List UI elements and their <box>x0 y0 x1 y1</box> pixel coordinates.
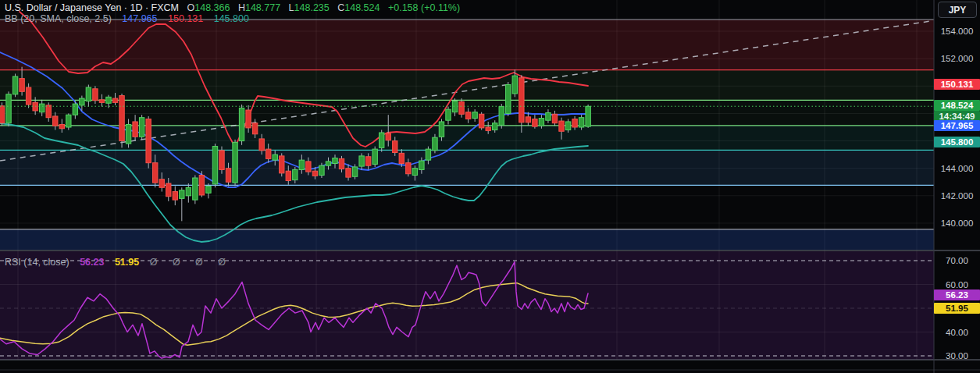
candle-down <box>280 156 284 173</box>
axis-tick-label: 154.000 <box>934 26 980 37</box>
trading-chart-window: U.S. Dollar / Japanese Yen · 1D · FXCM O… <box>0 0 980 373</box>
candle-down <box>246 110 251 128</box>
axis-tick-label: 144.000 <box>934 163 980 174</box>
price-tag-rsi-ma: 51.95 <box>934 303 980 314</box>
symbol-title[interactable]: U.S. Dollar / Japanese Yen · 1D · FXCM <box>5 2 179 13</box>
candle-up <box>506 85 511 114</box>
candle-up <box>299 160 304 169</box>
open-label: O <box>187 2 195 13</box>
demand-zone-navy[interactable] <box>0 229 934 250</box>
bollinger-upper-value: 150.131 <box>168 13 203 24</box>
axis-tick-label: 142.000 <box>934 190 980 201</box>
candle-up <box>412 169 417 176</box>
candle-down <box>286 171 290 180</box>
candle-up <box>39 104 44 112</box>
close-label: C <box>337 2 344 13</box>
axis-tick-label: 70.00 <box>934 255 980 266</box>
candle-down <box>119 96 124 141</box>
price-axis[interactable]: JPY 154.000152.000144.000142.000140.0007… <box>934 0 980 373</box>
rsi-title[interactable]: RSI (14, close) <box>5 257 69 268</box>
demand-zone-blue[interactable] <box>0 150 934 185</box>
candle-up <box>86 87 91 101</box>
candle-down <box>259 139 264 151</box>
axis-tick-label: 140.000 <box>934 218 980 229</box>
candle-down <box>306 162 311 172</box>
candle-down <box>226 169 230 183</box>
candle-up <box>73 104 77 115</box>
candle-down <box>219 151 224 170</box>
axis-tick-label: 30.00 <box>934 350 980 361</box>
open-value: 148.366 <box>194 2 230 13</box>
candle-up <box>426 149 430 160</box>
bollinger-title[interactable]: BB (20, SMA, close, 2.5) <box>5 13 112 24</box>
candle-down <box>312 171 317 176</box>
candle-down <box>20 79 24 92</box>
candle-down <box>59 124 64 128</box>
candle-down <box>572 119 577 127</box>
candle-up <box>472 112 477 119</box>
symbol-ohlc-row: U.S. Dollar / Japanese Yen · 1D · FXCM O… <box>5 2 460 13</box>
candle-down <box>0 106 5 123</box>
low-label: L <box>289 2 294 13</box>
close-value: 148.524 <box>344 2 380 13</box>
axis-tick-label: 60.00 <box>934 279 980 290</box>
candle-up <box>452 101 457 112</box>
bollinger-legend-row: BB (20, SMA, close, 2.5) 147.965 150.131… <box>5 13 249 24</box>
candle-down <box>166 183 171 197</box>
candle-up <box>212 147 217 184</box>
candle-down <box>159 179 164 188</box>
resistance-zone-red[interactable] <box>0 20 934 69</box>
candle-up <box>586 106 590 126</box>
candle-down <box>53 116 58 126</box>
candle-up <box>293 169 298 179</box>
candle-up <box>6 94 11 123</box>
rsi-value: 56.23 <box>80 257 104 268</box>
candle-down <box>133 122 137 137</box>
candle-up <box>239 108 244 140</box>
chart-canvas[interactable] <box>0 0 980 373</box>
candle-up <box>380 133 384 147</box>
candle-up <box>333 158 337 164</box>
candle-up <box>372 149 377 164</box>
price-tag-bb-basis: 147.965 <box>934 120 980 131</box>
candle-down <box>26 87 30 105</box>
supply-zone-green-a[interactable] <box>0 70 934 101</box>
candle-down <box>252 123 257 134</box>
candle-down <box>365 157 370 165</box>
price-tag-bb-lower: 145.800 <box>934 137 980 147</box>
bollinger-basis-value: 147.965 <box>122 13 157 24</box>
candle-down <box>479 114 483 128</box>
candle-up <box>326 162 330 165</box>
candle-up <box>106 97 111 103</box>
candle-down <box>99 100 104 103</box>
candle-down <box>552 114 557 123</box>
candle-down <box>46 105 51 118</box>
candle-up <box>139 118 144 137</box>
candle-down <box>465 112 470 119</box>
candle-down <box>173 192 177 201</box>
candle-up <box>493 123 497 130</box>
candle-up <box>273 155 277 160</box>
candle-down <box>386 133 390 140</box>
currency-toggle-button[interactable]: JPY <box>938 2 977 18</box>
candle-up <box>352 167 357 176</box>
candle-down <box>339 158 344 169</box>
candle-up <box>446 109 451 120</box>
candle-up <box>539 119 543 126</box>
candle-up <box>499 107 504 126</box>
candle-up <box>80 98 84 105</box>
candle-down <box>199 175 204 194</box>
candle-down <box>152 163 157 183</box>
candle-down <box>559 121 564 131</box>
candle-up <box>126 124 130 144</box>
candle-down <box>519 78 524 123</box>
low-value: 148.235 <box>294 2 330 13</box>
candle-up <box>419 161 424 169</box>
candle-down <box>486 127 490 130</box>
candle-up <box>12 76 17 94</box>
candle-up <box>206 186 211 194</box>
price-tag-bb-upper: 150.131 <box>934 79 980 90</box>
candle-down <box>533 119 537 126</box>
candle-up <box>193 178 198 200</box>
candle-up <box>319 165 324 175</box>
